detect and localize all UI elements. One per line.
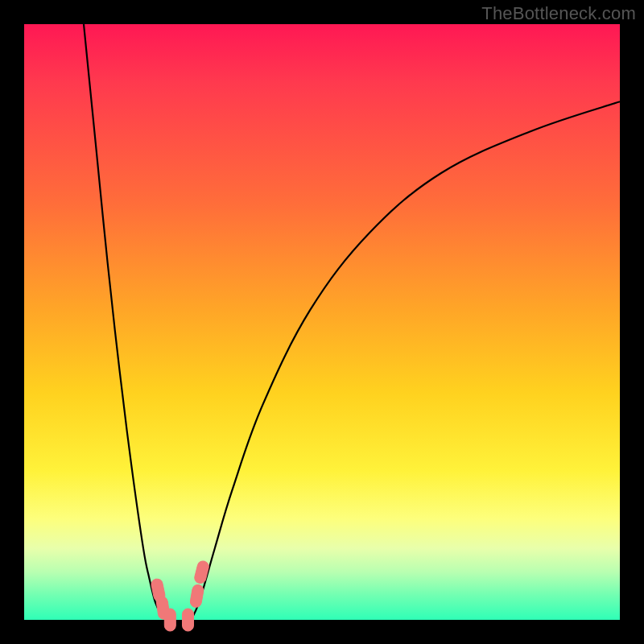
curve-right-branch (191, 101, 620, 620)
marker-3 (183, 609, 194, 631)
attribution-text: TheBottleneck.com (481, 3, 636, 24)
marker-5 (193, 560, 209, 585)
curve-left-branch (84, 24, 167, 620)
chart-svg (24, 24, 620, 620)
plot-area (24, 24, 620, 620)
curve-layer (84, 24, 620, 620)
marker-2 (164, 609, 175, 631)
marker-layer (151, 560, 210, 631)
chart-frame: TheBottleneck.com (0, 0, 644, 644)
marker-4 (189, 584, 204, 608)
